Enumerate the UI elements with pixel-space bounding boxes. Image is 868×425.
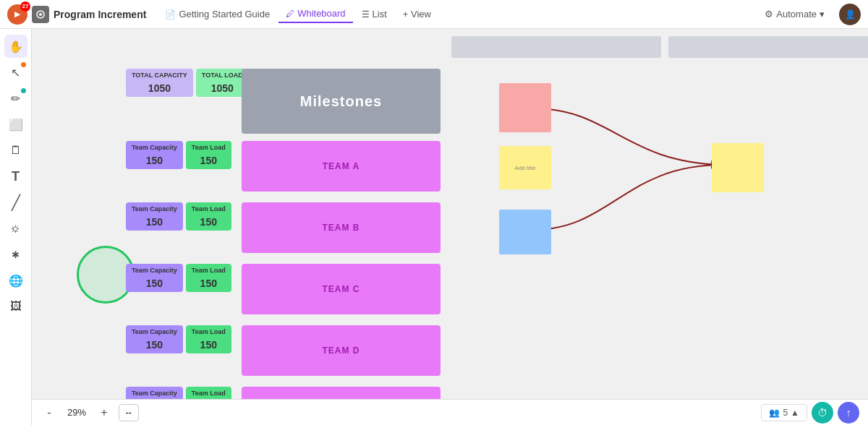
plus-icon: + bbox=[101, 406, 107, 419]
topbar-left: ▶ 27 Program Increment bbox=[7, 4, 146, 25]
tool-connect2[interactable]: ✱ bbox=[4, 243, 27, 266]
list-icon: ☰ bbox=[362, 9, 370, 20]
nav-guide[interactable]: 📄 Getting Started Guide bbox=[158, 6, 277, 22]
nav-whiteboard[interactable]: 🖊 Whiteboard bbox=[278, 5, 352, 23]
people-icon: 👥 bbox=[769, 408, 780, 418]
total-capacity-value: 1050 bbox=[132, 82, 187, 94]
zoom-level-display: 29% bbox=[64, 407, 90, 418]
milestones-box: Milestones bbox=[242, 69, 441, 134]
total-load-label: TOTAL LOAD bbox=[202, 72, 243, 80]
automate-chevron-icon: ▾ bbox=[820, 9, 825, 20]
tool-image[interactable]: 🖼 bbox=[4, 295, 27, 318]
automate-button[interactable]: ⚙ Automate ▾ bbox=[756, 6, 833, 22]
total-capacity-row: TOTAL CAPACITY 1050 TOTAL LOAD 1050 bbox=[126, 69, 249, 97]
total-capacity-label: TOTAL CAPACITY bbox=[132, 72, 187, 80]
nav-list[interactable]: ☰ List bbox=[354, 6, 394, 22]
total-capacity-card: TOTAL CAPACITY 1050 bbox=[126, 69, 193, 97]
tool-pen[interactable]: ✏ bbox=[4, 87, 27, 110]
canvas[interactable]: TOTAL CAPACITY 1050 TOTAL LOAD 1050 Mile… bbox=[32, 29, 868, 425]
team-a-cap-label: Team Capacity bbox=[132, 144, 177, 152]
doc-title: Program Increment bbox=[54, 9, 146, 20]
tool-sticky[interactable]: 🗒 bbox=[4, 139, 27, 162]
timer-icon: ⏱ bbox=[817, 407, 827, 418]
nav-add-view[interactable]: + View bbox=[396, 6, 438, 22]
main: ✋ ↖ ✏ ⬜ 🗒 T ╱ ⛭ ✱ 🌐 🖼 bbox=[0, 29, 868, 425]
collab-count: 5 bbox=[783, 408, 788, 418]
tool-text[interactable]: T bbox=[4, 165, 27, 188]
bottombar: - 29% + ↔ 👥 5 ▲ ⏱ ↑ bbox=[32, 399, 868, 425]
tool-connect[interactable]: ⛭ bbox=[4, 217, 27, 240]
collaborators-button[interactable]: 👥 5 ▲ bbox=[761, 404, 807, 421]
tool-cursor[interactable]: ↖ bbox=[4, 61, 27, 84]
team-d-cap-card: Team Capacity 150 bbox=[126, 325, 183, 353]
topbar-nav: 📄 Getting Started Guide 🖊 Whiteboard ☰ L… bbox=[158, 5, 438, 23]
tool-shapes[interactable]: ⬜ bbox=[4, 113, 27, 136]
sticky-blue[interactable] bbox=[499, 210, 551, 254]
grey-bar-left bbox=[451, 36, 661, 58]
team-a-load-label: Team Load bbox=[192, 144, 226, 152]
minus-icon: - bbox=[47, 406, 51, 419]
team-a-cap-card: Team Capacity 150 bbox=[126, 141, 183, 169]
fit-to-screen-button[interactable]: ↔ bbox=[119, 404, 139, 421]
team-d-load-card: Team Load 150 bbox=[186, 325, 231, 353]
user-avatar-icon[interactable]: ▶ 27 bbox=[7, 4, 27, 25]
zoom-out-button[interactable]: - bbox=[41, 404, 58, 421]
pen-dot bbox=[21, 88, 26, 93]
total-load-card: TOTAL LOAD 1050 bbox=[196, 69, 249, 97]
fit-icon: ↔ bbox=[124, 408, 133, 418]
team-c-row: Team Capacity 150 Team Load 150 bbox=[126, 264, 231, 292]
sidebar: ✋ ↖ ✏ ⬜ 🗒 T ╱ ⛭ ✱ 🌐 🖼 bbox=[0, 29, 32, 425]
whiteboard-icon: 🖊 bbox=[286, 9, 294, 19]
collab-chevron-icon: ▲ bbox=[791, 408, 799, 418]
tool-hand[interactable]: ✋ bbox=[4, 35, 27, 58]
bottombar-right: 👥 5 ▲ ⏱ ↑ bbox=[761, 402, 859, 424]
grey-bar-right bbox=[668, 36, 868, 58]
topbar: ▶ 27 Program Increment 📄 Getting Started… bbox=[0, 0, 868, 29]
app-icon bbox=[32, 6, 49, 23]
team-a-box: TEAM A bbox=[242, 141, 441, 192]
svg-point-1 bbox=[39, 13, 42, 16]
sticky-yellow-large[interactable] bbox=[712, 143, 764, 192]
share-button[interactable]: ↑ bbox=[838, 402, 859, 424]
user-profile-avatar[interactable]: 👤 bbox=[839, 4, 861, 25]
team-b-cap-card: Team Capacity 150 bbox=[126, 202, 183, 231]
team-c-load-card: Team Load 150 bbox=[186, 264, 231, 292]
sticky-yellow-small[interactable]: Add title bbox=[499, 146, 551, 189]
team-d-row: Team Capacity 150 Team Load 150 bbox=[126, 325, 231, 353]
share-icon: ↑ bbox=[846, 407, 851, 418]
team-b-load-card: Team Load 150 bbox=[186, 202, 231, 231]
team-d-box: TEAM D bbox=[242, 325, 441, 376]
sticky-pink[interactable] bbox=[499, 83, 551, 132]
team-a-row: Team Capacity 150 Team Load 150 bbox=[126, 141, 231, 169]
team-a-load-value: 150 bbox=[192, 155, 226, 166]
team-b-box: TEAM B bbox=[242, 202, 441, 253]
team-a-cap-value: 150 bbox=[132, 155, 177, 166]
milestones-label: Milestones bbox=[300, 93, 382, 110]
avatar-initials: ▶ bbox=[14, 10, 20, 18]
guide-icon: 📄 bbox=[165, 9, 176, 20]
team-c-cap-card: Team Capacity 150 bbox=[126, 264, 183, 292]
zoom-in-button[interactable]: + bbox=[95, 404, 113, 421]
team-c-box: TEAM C bbox=[242, 264, 441, 314]
total-load-value: 1050 bbox=[202, 82, 243, 94]
team-b-row: Team Capacity 150 Team Load 150 bbox=[126, 202, 231, 231]
topbar-right: ⚙ Automate ▾ 👤 bbox=[756, 4, 861, 25]
sticky-yellow-small-label: Add title bbox=[515, 165, 536, 171]
cursor-dot bbox=[21, 62, 26, 67]
automate-icon: ⚙ bbox=[765, 9, 773, 20]
tool-line[interactable]: ╱ bbox=[4, 191, 27, 214]
tool-globe[interactable]: 🌐 bbox=[4, 269, 27, 292]
team-a-load-card: Team Load 150 bbox=[186, 141, 231, 169]
notification-badge: 27 bbox=[20, 1, 30, 12]
timer-button[interactable]: ⏱ bbox=[812, 402, 833, 424]
